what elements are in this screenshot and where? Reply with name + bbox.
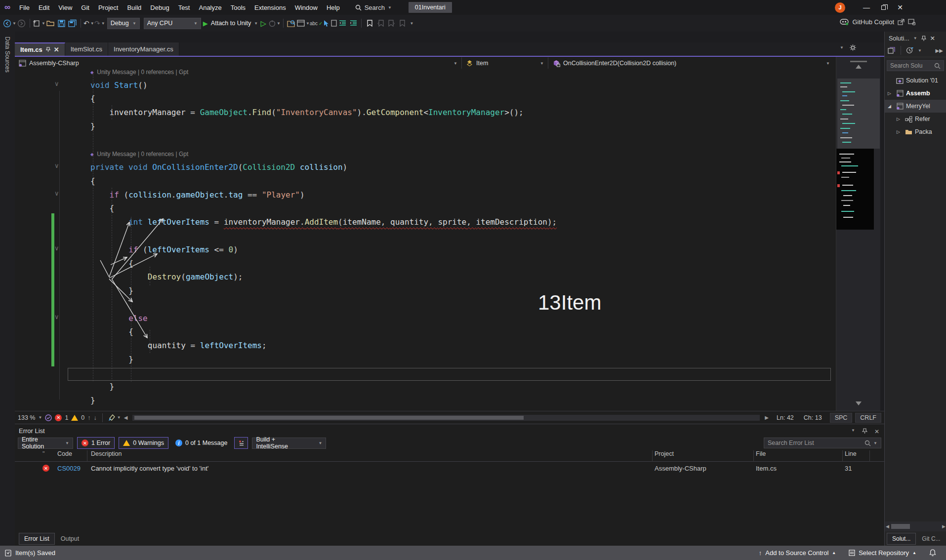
fold-chevron-icon[interactable]: ∨ — [54, 313, 59, 320]
pin-icon[interactable] — [921, 36, 926, 41]
menu-view[interactable]: View — [54, 0, 77, 15]
menu-file[interactable]: File — [15, 0, 34, 15]
decrease-indent-icon[interactable] — [337, 17, 348, 30]
menu-debug[interactable]: Debug — [146, 0, 173, 15]
type-dropdown[interactable]: Item ▼ — [462, 57, 548, 69]
panel-tab-Error List[interactable]: Error List — [19, 533, 55, 545]
undo-button[interactable]: ↶▼ — [83, 17, 94, 30]
column-description[interactable]: Description — [91, 450, 122, 457]
menu-help[interactable]: Help — [322, 0, 344, 15]
solution-configuration-dropdown[interactable]: Debug▼ — [107, 18, 140, 29]
pin-icon[interactable] — [46, 47, 50, 52]
next-issue-icon[interactable]: ↓ — [94, 414, 97, 421]
expand-icon[interactable]: ▷ — [888, 91, 894, 96]
warning-count-icon[interactable] — [71, 415, 78, 421]
tab-list-chevron-icon[interactable]: ▼ — [840, 45, 844, 50]
new-project-button[interactable]: ▼ — [33, 17, 45, 30]
zoom-level-dropdown[interactable]: 133 %▼ — [18, 414, 42, 421]
menu-edit[interactable]: Edit — [34, 0, 54, 15]
project-dropdown[interactable]: Assembly-CSharp ▼ — [15, 57, 462, 69]
error-scope-dropdown[interactable]: Entire Solution▼ — [18, 438, 73, 449]
pin-icon[interactable] — [862, 428, 867, 434]
sync-with-active-document-icon[interactable] — [888, 47, 896, 54]
toggle-bookmark-button[interactable] — [364, 17, 375, 30]
close-icon[interactable]: ✕ — [874, 428, 879, 435]
previous-bookmark-button[interactable] — [375, 17, 386, 30]
increase-indent-icon[interactable] — [348, 17, 359, 30]
tab-ItemSlot.cs[interactable]: ItemSlot.cs — [65, 42, 108, 56]
menu-project[interactable]: Project — [94, 0, 123, 15]
menu-window[interactable]: Window — [290, 0, 322, 15]
minimize-button[interactable]: — — [858, 0, 875, 15]
tree-item-packa[interactable]: ▷Packa — [885, 125, 946, 138]
start-without-debugging-button[interactable]: ▶ — [258, 17, 269, 30]
fold-chevron-icon[interactable]: ∨ — [54, 244, 59, 252]
selection-button[interactable] — [323, 17, 337, 30]
tab-InventoryManager.cs[interactable]: InventoryManager.cs — [108, 42, 179, 56]
share-icon[interactable] — [898, 19, 905, 25]
select-repository-button[interactable]: Select Repository ▲ — [849, 549, 916, 557]
menu-test[interactable]: Test — [174, 0, 195, 15]
close-button[interactable]: ✕ — [892, 0, 908, 15]
column-file[interactable]: File — [756, 450, 766, 457]
expand-icon[interactable]: ▷ — [897, 117, 903, 121]
solution-platform-dropdown[interactable]: Any CPU▼ — [144, 18, 201, 29]
solution-explorer-hscrollbar[interactable]: ◀ ▶ — [885, 521, 946, 531]
tab-Item.cs[interactable]: Item.cs✕ — [15, 42, 65, 56]
horizontal-scrollbar[interactable] — [132, 415, 760, 421]
scroll-left-icon[interactable]: ◀ — [124, 415, 128, 420]
fold-chevron-icon[interactable]: ∨ — [54, 80, 59, 87]
restore-button[interactable] — [875, 0, 892, 15]
panel-chevron-icon[interactable]: ▼ — [851, 428, 855, 435]
column-line[interactable]: Line — [845, 450, 857, 457]
notifications-bell-icon[interactable] — [929, 549, 936, 557]
error-list-header[interactable]: " Code Description Project File Line — [15, 450, 884, 462]
close-icon[interactable]: ✕ — [54, 46, 59, 53]
filter-settings-button[interactable] — [234, 437, 248, 449]
tree-item-assemb[interactable]: ▷Assemb — [885, 87, 946, 100]
navigate-back-button[interactable]: ▼ — [3, 17, 16, 30]
save-button[interactable] — [56, 17, 67, 30]
attach-to-unity-button[interactable]: ▶Attach to Unity▼ — [203, 17, 258, 30]
column-code[interactable]: Code — [57, 450, 72, 457]
next-bookmark-button[interactable] — [386, 17, 397, 30]
tab-options-gear-icon[interactable] — [850, 44, 856, 51]
expand-icon[interactable]: ▷ — [897, 129, 903, 134]
scroll-right-icon[interactable]: ▶ — [765, 415, 769, 420]
fold-chevron-icon[interactable]: ∨ — [54, 190, 59, 197]
member-dropdown[interactable]: OnCollisionEnter2D(Collision2D collision… — [548, 57, 834, 69]
data-sources-strip[interactable]: Data Sources — [0, 32, 15, 546]
menu-build[interactable]: Build — [123, 0, 146, 15]
messages-filter-button[interactable]: i0 of 1 Message — [172, 437, 230, 449]
github-copilot-status[interactable]: GitHub Copilot — [840, 18, 915, 26]
tree-item-refer[interactable]: ▷Refer — [885, 113, 946, 125]
toolbar-overflow-icon[interactable]: ▶▶ — [936, 48, 943, 53]
warnings-filter-button[interactable]: 0 Warnings — [119, 437, 168, 449]
add-to-source-control-button[interactable]: ↑ Add to Source Control ▲ — [759, 549, 836, 557]
prev-issue-icon[interactable]: ↑ — [87, 414, 90, 421]
minimap-scrollbar[interactable] — [836, 57, 880, 411]
code-cleanup-button[interactable]: ▼ — [108, 414, 121, 421]
title-search[interactable]: Search ▼ — [355, 4, 392, 11]
error-row[interactable]: ✕CS0029Cannot implicitly convert type 'v… — [15, 462, 884, 475]
menu-analyze[interactable]: Analyze — [194, 0, 226, 15]
redo-button[interactable]: ↷▼ — [94, 17, 105, 30]
clear-bookmarks-button[interactable] — [397, 17, 408, 30]
menu-git[interactable]: Git — [77, 0, 94, 15]
line-ending-indicator[interactable]: CRLF — [855, 413, 881, 423]
fold-chevron-icon[interactable]: ∨ — [54, 162, 59, 169]
error-count-icon[interactable]: ✕ — [55, 414, 62, 421]
tree-item-solution-01[interactable]: Solution '01 — [885, 74, 946, 87]
hot-reload-button[interactable]: ▼ — [269, 17, 281, 30]
side-tab-Solut...[interactable]: Solut... — [887, 533, 916, 545]
open-file-button[interactable] — [45, 17, 56, 30]
error-source-dropdown[interactable]: Build + IntelliSense▼ — [252, 438, 326, 449]
find-in-files-button[interactable] — [286, 17, 297, 30]
pending-changes-filter-icon[interactable] — [906, 47, 914, 54]
column-project[interactable]: Project — [655, 450, 674, 457]
copilot-chat-icon[interactable] — [908, 19, 915, 25]
menu-tools[interactable]: Tools — [226, 0, 250, 15]
errors-filter-button[interactable]: ✕1 Error — [77, 437, 115, 449]
chevron-down-icon[interactable]: ▼ — [918, 48, 922, 53]
navigate-forward-button[interactable] — [16, 17, 27, 30]
